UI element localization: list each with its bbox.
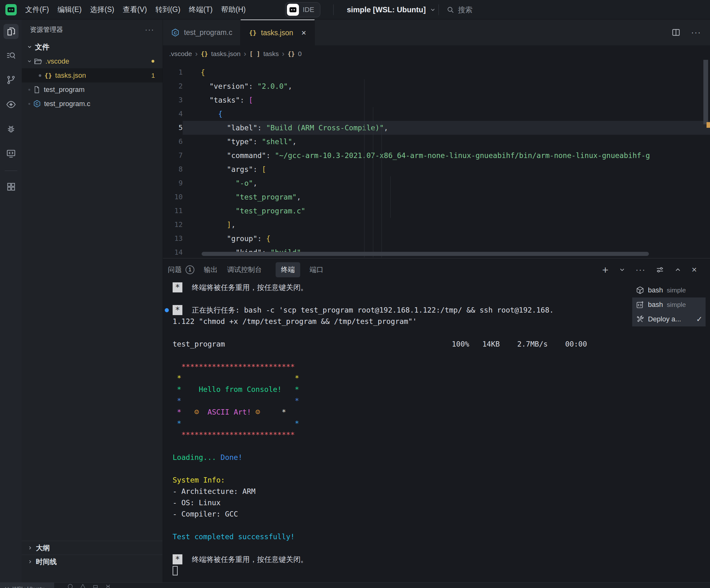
editor-vertical-scrollbar[interactable] — [703, 60, 708, 124]
close-panel-icon[interactable]: × — [692, 265, 697, 275]
close-icon[interactable]: × — [302, 28, 306, 38]
tab-label: test_program.c — [184, 28, 232, 37]
terminal-list: $ bash simple bash simple Deploy a... ✓ — [632, 283, 706, 326]
tab-terminal[interactable]: 终端 — [276, 262, 300, 277]
code-line[interactable]: 1{ — [163, 66, 710, 79]
file-row-test-program-c[interactable]: C test_program.c — [22, 97, 163, 111]
global-search[interactable]: 搜索 — [447, 0, 473, 20]
breadcrumb-0[interactable]: 0 — [298, 50, 302, 57]
tab-label: 调试控制台 — [227, 265, 262, 274]
code-line-text: "test_program", — [183, 190, 710, 204]
terminal-list-item-deploy[interactable]: Deploy a... ✓ — [632, 312, 706, 326]
terminal-blank-line — [173, 463, 632, 474]
window-title-dropdown[interactable]: simple [WSL: Ubuntu] — [347, 0, 436, 20]
breadcrumb-tasks-json[interactable]: tasks.json — [211, 50, 240, 57]
code-line[interactable]: 12 ], — [163, 218, 710, 232]
configure-sliders-icon[interactable] — [656, 266, 664, 274]
code-line-text: "args": [ — [183, 163, 710, 176]
terminal-line: * Hello from Console! * — [173, 384, 632, 395]
code-line[interactable]: 8 "args": [ — [163, 163, 710, 176]
code-line[interactable]: 4 { — [163, 107, 710, 121]
menu-item-selection[interactable]: 选择(S) — [90, 5, 114, 15]
code-editor[interactable]: 1{2 "version": "2.0.0",3 "tasks": [4 {5 … — [163, 62, 710, 258]
ide-logo-icon — [287, 4, 299, 16]
terminal-list-item-bash-2[interactable]: bash simple — [632, 297, 706, 312]
ide-mode-toggle[interactable]: IDE — [285, 2, 321, 17]
terminal-name: bash — [648, 301, 663, 309]
error-circle-icon[interactable] — [67, 584, 73, 588]
code-line-text: "version": "2.0.0", — [183, 79, 710, 93]
explorer-more-icon[interactable]: ··· — [145, 25, 155, 34]
maximize-panel-chevron-icon[interactable] — [674, 266, 682, 273]
tab-debug-console[interactable]: 调试控制台 — [227, 265, 262, 274]
menu-item-terminal[interactable]: 终端(T) — [189, 5, 213, 15]
sync-icon[interactable] — [93, 584, 98, 588]
code-line[interactable]: 10 "test_program", — [163, 190, 710, 204]
breadcrumb: .vscode › {} tasks.json › [ ] tasks › {}… — [163, 45, 710, 62]
more-actions-icon[interactable]: ··· — [636, 265, 646, 275]
terminal-output[interactable]: *终端将被任务重用，按任意键关闭。*正在执行任务: bash -c 'scp t… — [163, 282, 632, 582]
warning-triangle-icon[interactable] — [80, 584, 86, 588]
menu-item-goto[interactable]: 转到(G) — [155, 5, 180, 15]
code-line[interactable]: 11 "test_program.c" — [163, 204, 710, 218]
file-row-vscode[interactable]: .vscode — [22, 54, 163, 68]
tab-ports[interactable]: 端口 — [310, 265, 324, 274]
editor-horizontal-scrollbar[interactable] — [202, 252, 649, 256]
line-number: 4 — [163, 107, 183, 121]
code-line-text: "group": { — [183, 232, 710, 246]
breadcrumb-vscode[interactable]: .vscode — [169, 50, 192, 57]
code-line[interactable]: 9 "-o", — [163, 176, 710, 190]
menu-item-file[interactable]: 文件(F) — [25, 5, 49, 15]
code-line[interactable]: 2 "version": "2.0.0", — [163, 79, 710, 93]
menu-item-help[interactable]: 帮助(H) — [221, 5, 246, 15]
line-number: 1 — [163, 66, 183, 79]
broadcast-icon[interactable] — [105, 584, 111, 588]
debug-bug-icon[interactable] — [3, 122, 19, 137]
array-brackets-icon: [ ] — [250, 50, 260, 57]
menu-bar: 文件(F) 编辑(E) 选择(S) 查看(V) 转到(G) 终端(T) 帮助(H… — [25, 5, 246, 15]
json-braces-icon: {} — [44, 72, 52, 79]
menu-item-view[interactable]: 查看(V) — [123, 5, 147, 15]
terminal-line: Loading... Done! — [173, 452, 632, 463]
more-actions-icon[interactable]: ··· — [691, 28, 701, 38]
file-name: test_program — [44, 85, 85, 94]
outline-section[interactable]: 大纲 — [22, 541, 163, 555]
task-star-icon: * — [173, 554, 182, 564]
json-braces-icon: {} — [200, 50, 208, 57]
code-line-text: "tasks": [ — [183, 93, 710, 107]
code-line-text: ], — [183, 218, 710, 232]
statusbar-icons — [67, 583, 111, 588]
code-line[interactable]: 5 "label": "Build (ARM Cross-Compile)", — [163, 121, 710, 135]
code-line[interactable]: 7 "command": "~/gcc-arm-10.3-2021.07-x86… — [163, 149, 710, 163]
terminal-line: test_program 100% 14KB 2.7MB/s 00:00 — [173, 338, 632, 350]
line-number: 13 — [163, 232, 183, 246]
terminal-line: ************************** — [173, 429, 632, 440]
file-row-test-program[interactable]: test_program — [22, 82, 163, 97]
preview-eye-icon[interactable] — [3, 97, 19, 112]
new-terminal-icon[interactable]: + — [602, 264, 609, 276]
search-icon-activity[interactable] — [3, 48, 19, 63]
breadcrumb-tasks[interactable]: tasks — [263, 50, 279, 57]
explorer-icon[interactable] — [3, 24, 19, 39]
remote-monitor-icon[interactable] — [3, 146, 19, 161]
tab-tasks-json[interactable]: {} tasks.json × — [241, 20, 315, 45]
chevron-down-icon — [430, 7, 436, 13]
terminal-list-item-bash-1[interactable]: $ bash simple — [632, 283, 706, 297]
code-line[interactable]: 13 "group": { — [163, 232, 710, 246]
chevron-down-icon[interactable] — [619, 266, 625, 273]
timeline-section[interactable]: 时间线 — [22, 555, 163, 568]
code-line-text: { — [183, 66, 710, 79]
tab-output[interactable]: 输出 — [204, 265, 218, 274]
source-control-icon[interactable] — [3, 72, 19, 88]
menu-item-edit[interactable]: 编辑(E) — [57, 5, 81, 15]
files-section-header[interactable]: 文件 — [22, 40, 163, 54]
code-line[interactable]: 6 "type": "shell", — [163, 135, 710, 149]
split-editor-icon[interactable] — [671, 28, 680, 37]
extensions-icon[interactable] — [3, 179, 19, 194]
code-line[interactable]: 3 "tasks": [ — [163, 93, 710, 107]
file-row-tasks-json[interactable]: {} tasks.json 1 — [22, 68, 163, 82]
tab-test-program-c[interactable]: C test_program.c — [163, 20, 241, 45]
remote-indicator[interactable]: WSL: Ubuntu — [0, 583, 54, 588]
terminal-line: * * — [173, 418, 632, 429]
tab-problems[interactable]: 问题 1 — [168, 265, 194, 274]
